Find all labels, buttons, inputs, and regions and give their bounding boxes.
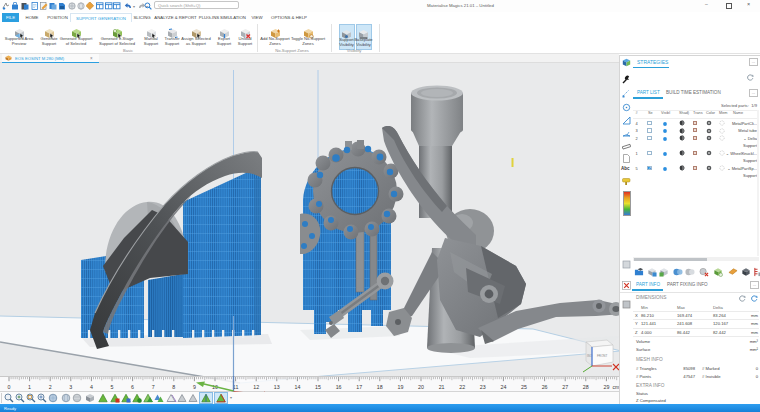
svg-text:27: 27 (562, 384, 568, 390)
svg-text:24: 24 (500, 384, 506, 390)
svg-text:23: 23 (480, 384, 486, 390)
svg-text:6: 6 (131, 384, 134, 390)
svg-text:19: 19 (397, 384, 403, 390)
svg-text:22: 22 (459, 384, 465, 390)
svg-text:17: 17 (356, 384, 362, 390)
svg-text:2: 2 (49, 384, 52, 390)
svg-text:18: 18 (377, 384, 383, 390)
svg-text:15: 15 (315, 384, 321, 390)
svg-text:3: 3 (69, 384, 72, 390)
svg-text:1: 1 (28, 384, 31, 390)
svg-text:20: 20 (418, 384, 424, 390)
svg-text:5: 5 (111, 384, 114, 390)
svg-text:0: 0 (8, 384, 11, 390)
svg-text:7: 7 (152, 384, 155, 390)
svg-text:25: 25 (521, 384, 527, 390)
svg-text:21: 21 (439, 384, 445, 390)
svg-text:FRONT: FRONT (597, 354, 607, 358)
svg-text:16: 16 (336, 384, 342, 390)
svg-text:4: 4 (90, 384, 93, 390)
svg-text:29: 29 (603, 384, 609, 390)
svg-text:26: 26 (542, 384, 548, 390)
svg-text:28: 28 (583, 384, 589, 390)
svg-text:8: 8 (172, 384, 175, 390)
